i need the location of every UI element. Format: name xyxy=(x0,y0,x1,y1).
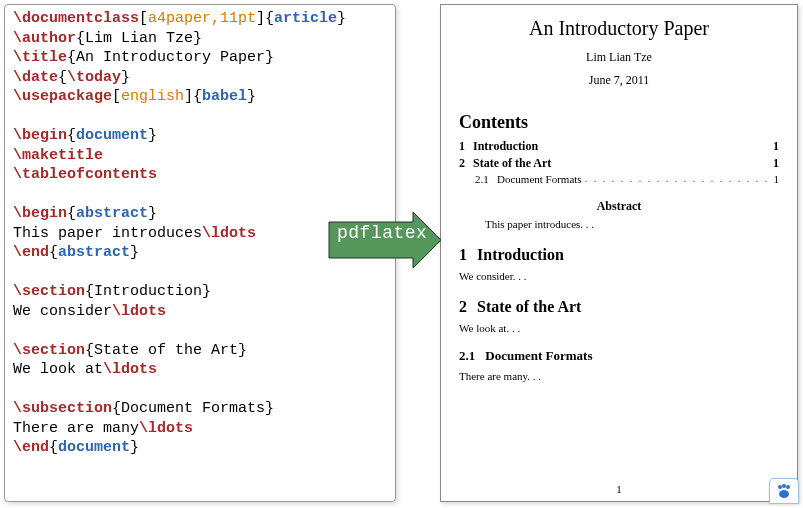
latex-demo-figure: \documentclass[a4paper,11pt]{article}\au… xyxy=(0,0,803,508)
svg-point-3 xyxy=(786,485,790,489)
svg-point-2 xyxy=(782,484,786,488)
code-line xyxy=(13,107,389,127)
toc-row: 2State of the Art 1 xyxy=(459,156,779,171)
code-line: \maketitle xyxy=(13,146,389,166)
arrow-pdflatex: pdflatex xyxy=(327,210,443,270)
abstract-body: This paper introduces. . . xyxy=(459,218,779,230)
code-line xyxy=(13,321,389,341)
page-number: 1 xyxy=(441,483,797,495)
code-line: \title{An Introductory Paper} xyxy=(13,48,389,68)
toc-page-number: 1 xyxy=(774,173,780,185)
arrow-label: pdflatex xyxy=(337,223,427,243)
toc-label: Introduction xyxy=(473,139,538,154)
sections-container: 1IntroductionWe consider. . .2State of t… xyxy=(459,246,779,382)
toc-row: 2.1Document Formats . . . . . . . . . . … xyxy=(459,173,779,185)
code-line: \end{document} xyxy=(13,438,389,458)
code-line: \tableofcontents xyxy=(13,165,389,185)
code-line: \section{Introduction} xyxy=(13,282,389,302)
code-line xyxy=(13,380,389,400)
abstract-heading: Abstract xyxy=(459,199,779,214)
toc-label: State of the Art xyxy=(473,156,551,171)
subsection-body: There are many. . . xyxy=(459,370,779,382)
paper-author: Lim Lian Tze xyxy=(459,50,779,65)
code-line: We consider\ldots xyxy=(13,302,389,322)
section-body: We consider. . . xyxy=(459,270,779,282)
code-line: \subsection{Document Formats} xyxy=(13,399,389,419)
code-line: We look at\ldots xyxy=(13,360,389,380)
section-body: We look at. . . xyxy=(459,322,779,334)
code-line: \begin{document} xyxy=(13,126,389,146)
svg-point-1 xyxy=(778,485,782,489)
code-line: \documentclass[a4paper,11pt]{article} xyxy=(13,9,389,29)
code-line: \date{\today} xyxy=(13,68,389,88)
code-line: \section{State of the Art} xyxy=(13,341,389,361)
section-heading: 2State of the Art xyxy=(459,298,779,316)
code-line: There are many\ldots xyxy=(13,419,389,439)
toc-row: 1Introduction 1 xyxy=(459,139,779,154)
toc-leader-dots: . . . . . . . . . . . . . . . . . . . . … xyxy=(582,173,774,184)
contents-heading: Contents xyxy=(459,112,779,133)
code-line xyxy=(13,185,389,205)
paper-title: An Introductory Paper xyxy=(459,17,779,40)
toc-page-number: 1 xyxy=(773,139,779,154)
toc-number: 2.1 xyxy=(475,173,497,185)
toc-number: 1 xyxy=(459,139,473,154)
toc-page-number: 1 xyxy=(773,156,779,171)
rendered-pdf-panel: An Introductory Paper Lim Lian Tze June … xyxy=(440,4,798,502)
paper-date: June 7, 2011 xyxy=(459,73,779,88)
svg-point-4 xyxy=(779,490,789,498)
section-heading: 1Introduction xyxy=(459,246,779,264)
code-line: \author{Lim Lian Tze} xyxy=(13,29,389,49)
table-of-contents: 1Introduction 12State of the Art 12.1Doc… xyxy=(459,139,779,185)
subsection-heading: 2.1Document Formats xyxy=(459,348,779,364)
toc-label: Document Formats xyxy=(497,173,582,185)
code-line: \usepackage[english]{babel} xyxy=(13,87,389,107)
paw-icon[interactable] xyxy=(769,478,799,504)
toc-number: 2 xyxy=(459,156,473,171)
